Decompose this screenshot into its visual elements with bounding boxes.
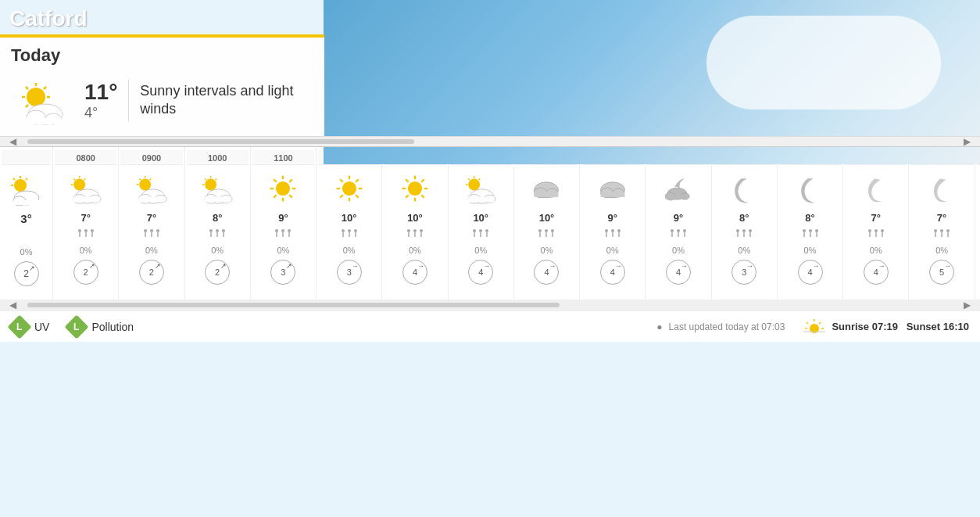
svg-line-146: [356, 195, 359, 198]
hour-temp: 7°: [910, 212, 972, 224]
hour-icon: [516, 168, 578, 209]
svg-point-0: [27, 88, 45, 106]
footer-right: ● Last updated today at 07:03 Sunrise 07…: [656, 318, 969, 336]
svg-point-168: [420, 229, 423, 232]
hour-time: 0800: [55, 150, 116, 165]
svg-point-121: [216, 229, 219, 232]
hour-icon: [55, 168, 116, 209]
svg-line-5: [26, 87, 28, 89]
scroll-left-arrow[interactable]: ◀: [6, 136, 20, 147]
today-high-temp: 11°: [84, 80, 117, 105]
svg-point-201: [611, 229, 614, 232]
bottom-scrollbar-track[interactable]: [27, 303, 560, 307]
hour-rain-pct: 0%: [450, 246, 512, 255]
hour-icon: [252, 168, 314, 209]
svg-line-160: [406, 179, 409, 182]
svg-point-72: [14, 179, 27, 192]
hour-rain-pct: 0%: [55, 246, 116, 255]
svg-point-149: [342, 229, 345, 232]
svg-line-145: [340, 179, 343, 182]
current-temp: 3°: [2, 212, 51, 225]
hour-rain-icon: [120, 225, 182, 244]
hour-rain-icon: [450, 225, 512, 244]
svg-rect-208: [665, 195, 687, 199]
svg-line-174: [479, 179, 481, 181]
svg-rect-88: [73, 197, 98, 203]
hourly-col-5: 1300 10° 0%: [381, 147, 447, 300]
wind-circle: 4 →: [468, 260, 493, 285]
svg-line-113: [205, 179, 206, 181]
wind-circle: 2 ↗: [73, 260, 98, 285]
cloud-background: [706, 16, 941, 110]
hour-rain-pct: 0%: [714, 246, 775, 255]
bottom-scroll-right[interactable]: ▶: [960, 300, 974, 311]
svg-line-83: [73, 179, 75, 181]
main-container: Catford Today: [0, 0, 980, 342]
hour-icon: [647, 168, 709, 209]
wind-arrow: ↗: [220, 262, 227, 270]
uv-level: L: [16, 321, 22, 332]
hour-rain-pct: 0%: [318, 246, 380, 255]
wind-circle: 4 →: [864, 260, 889, 285]
hour-icon: [120, 168, 182, 209]
wind-circle: 4 →: [402, 260, 427, 285]
wind-circle: 4 →: [666, 260, 691, 285]
svg-point-119: [209, 229, 213, 232]
hourly-col-8: 1600 9° 0% 4 →: [579, 147, 645, 300]
hour-icon: [318, 168, 380, 209]
wind-arrow: ↗: [89, 262, 95, 270]
svg-point-93: [91, 229, 94, 232]
wind-indicator: 2↗: [14, 261, 39, 286]
svg-point-219: [749, 229, 752, 232]
hour-rain-icon: [714, 225, 775, 244]
hour-icon: [450, 168, 512, 209]
today-weather-icon: [11, 72, 73, 128]
wind-arrow: →: [944, 262, 951, 270]
top-scrollbar[interactable]: ◀ ▶: [0, 136, 980, 147]
svg-point-217: [742, 229, 746, 232]
hour-rain-icon: [845, 225, 907, 244]
hourly-col-13: 2100 7° 0% 5 →: [908, 147, 974, 300]
hour-rain-icon: [55, 225, 116, 244]
pollution-level: L: [74, 321, 80, 332]
wind-arrow: →: [417, 262, 424, 270]
svg-line-99: [149, 179, 151, 181]
footer: L UV L Pollution ● Last updated today at…: [0, 311, 980, 342]
hour-temp: 7°: [845, 212, 907, 224]
sunrise-time: 07:19: [872, 321, 898, 332]
svg-point-123: [222, 229, 225, 232]
hour-icon: [581, 168, 643, 209]
sun-cloud-icon: [14, 72, 70, 125]
scroll-right-arrow[interactable]: ▶: [960, 136, 974, 147]
hour-rain-pct: 0%: [581, 246, 643, 255]
hourly-col-12: 2000 7° 0% 4 →: [842, 147, 908, 300]
hour-rain-pct: 0%: [910, 246, 972, 255]
svg-point-80: [73, 179, 85, 191]
bottom-scroll-left[interactable]: ◀: [6, 300, 20, 311]
svg-point-213: [683, 229, 686, 232]
svg-point-110: [205, 179, 216, 191]
today-low-temp: 4°: [84, 105, 117, 121]
bottom-scrollbar[interactable]: ◀ ▶: [0, 300, 980, 311]
scrollbar-track[interactable]: [27, 139, 414, 144]
hour-rain-pct: 0%: [516, 246, 578, 255]
svg-point-233: [934, 229, 937, 232]
footer-left: L UV L Pollution: [11, 318, 134, 336]
svg-point-183: [485, 229, 488, 232]
svg-line-132: [290, 179, 293, 182]
today-description: Sunny intervals and light winds: [140, 82, 313, 119]
svg-rect-118: [204, 197, 230, 203]
hour-icon: [910, 168, 972, 209]
svg-line-8: [26, 105, 28, 107]
hour-temp: 8°: [779, 212, 841, 224]
svg-line-75: [13, 178, 15, 180]
svg-line-7: [44, 87, 46, 89]
hour-temp: 10°: [516, 212, 578, 224]
svg-line-274: [819, 322, 821, 324]
wind-circle: 3 →: [337, 260, 362, 285]
hour-temp: 7°: [977, 212, 980, 224]
hour-temp: 7°: [55, 212, 116, 224]
svg-line-161: [421, 195, 424, 198]
svg-line-173: [468, 179, 470, 181]
pollution-diamond: L: [65, 314, 89, 339]
